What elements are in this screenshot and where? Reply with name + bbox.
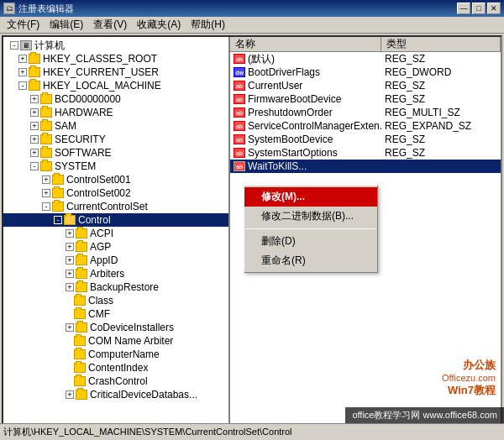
tree-item-acpi[interactable]: + ACPI: [3, 227, 228, 240]
tree-item-hkcu[interactable]: + HKEY_CURRENT_USER: [3, 65, 228, 79]
tree-toggle-ccs[interactable]: -: [42, 202, 50, 211]
tree-toggle-cs002[interactable]: +: [42, 189, 50, 197]
table-row[interactable]: ab PreshutdownOrder REG_MULTI_SZ: [230, 106, 501, 119]
folder-icon-crashcontrol: [74, 376, 86, 386]
tree-toggle-sam[interactable]: +: [30, 122, 39, 130]
tree-root[interactable]: - 🖥 计算机: [3, 39, 228, 52]
folder-icon-criticaldevice: [76, 390, 87, 400]
tree-toggle-cs001[interactable]: +: [42, 175, 50, 184]
tree-item-criticaldevice[interactable]: + CriticalDeviceDatabas...: [3, 388, 228, 401]
menu-edit[interactable]: 编辑(E): [45, 16, 88, 34]
tree-item-cmf[interactable]: CMF: [3, 307, 228, 321]
tree-item-sam[interactable]: + SAM: [3, 119, 228, 133]
tree-toggle-hardware[interactable]: +: [30, 108, 39, 117]
tree-item-class[interactable]: Class: [3, 294, 228, 307]
folder-icon-control: [64, 215, 76, 225]
tree-label-hklm: HKEY_LOCAL_MACHINE: [43, 80, 161, 92]
tree-item-hkcr[interactable]: + HKEY_CLASSES_ROOT: [3, 52, 228, 65]
folder-icon-hardware: [40, 107, 52, 118]
context-menu: 修改(M)... 修改二进制数据(B)... 删除(D) 重命名(R): [244, 185, 378, 273]
tree-toggle-control[interactable]: -: [54, 216, 62, 224]
tree-item-software[interactable]: + SOFTWARE: [3, 146, 228, 160]
table-row[interactable]: dw BootDriverFlags REG_DWORD: [230, 65, 501, 79]
menu-favorites[interactable]: 收藏夹(A): [132, 16, 186, 34]
col-header-type[interactable]: 类型: [381, 37, 501, 51]
tree-item-hklm[interactable]: - HKEY_LOCAL_MACHINE: [3, 79, 228, 92]
tree-label-comname: COM Name Arbiter: [88, 335, 173, 347]
reg-icon-8: ab: [234, 161, 245, 171]
tree-toggle-arbiters[interactable]: +: [66, 270, 74, 278]
folder-icon-bcd: [40, 94, 52, 104]
folder-icon-security: [40, 134, 52, 144]
folder-icon-arbiters: [76, 269, 87, 279]
folder-icon-system: [40, 161, 52, 171]
tree-toggle-codevice[interactable]: +: [66, 323, 74, 332]
tree-label-criticaldevice: CriticalDeviceDatabas...: [90, 389, 197, 401]
cell-type-5: REG_EXPAND_SZ: [381, 120, 501, 132]
tree-item-security[interactable]: + SECURITY: [3, 133, 228, 146]
tree-item-comname[interactable]: COM Name Arbiter: [3, 334, 228, 348]
cell-name-6: ab SystemBootDevice: [230, 134, 381, 145]
folder-icon-cs002: [52, 188, 64, 198]
table-row[interactable]: ab CurrentUser REG_SZ: [230, 79, 501, 92]
tree-toggle-software[interactable]: +: [30, 149, 39, 157]
tree-toggle-hkcr[interactable]: +: [18, 55, 27, 63]
tree-item-bcd[interactable]: + BCD00000000: [3, 92, 228, 106]
registry-tree[interactable]: - 🖥 计算机 + HKEY_CLASSES_ROOT + HKEY_CURRE…: [3, 37, 230, 423]
cell-name-2: ab CurrentUser: [230, 80, 381, 92]
tree-toggle-hkcu[interactable]: +: [18, 68, 27, 76]
tree-toggle-backuprestore[interactable]: +: [66, 283, 74, 291]
menu-file[interactable]: 文件(F): [2, 16, 45, 34]
tree-item-contentindex[interactable]: ContentIndex: [3, 361, 228, 375]
tree-item-arbiters[interactable]: + Arbiters: [3, 267, 228, 280]
tree-item-backuprestore[interactable]: + BackupRestore: [3, 280, 228, 294]
tree-item-appid[interactable]: + AppID: [3, 254, 228, 267]
tree-label-cs002: ControlSet002: [66, 187, 131, 199]
tree-toggle-hklm[interactable]: -: [18, 81, 27, 90]
tree-item-crashcontrol[interactable]: CrashControl: [3, 375, 228, 388]
row-name-5: ServiceControlManagerExten...: [248, 120, 381, 132]
tree-item-control[interactable]: - Control: [3, 213, 228, 227]
window-title: 注册表编辑器: [18, 3, 457, 15]
tree-toggle-appid[interactable]: +: [66, 256, 74, 265]
tree-item-system[interactable]: - SYSTEM: [3, 160, 228, 173]
row-type-3: REG_SZ: [385, 93, 425, 105]
table-row[interactable]: ab SystemStartOptions REG_SZ: [230, 146, 501, 160]
ctx-separator: [246, 228, 375, 229]
tree-item-codevice[interactable]: + CoDeviceInstallers: [3, 321, 228, 334]
tree-toggle-agp[interactable]: +: [66, 243, 74, 251]
ctx-modify[interactable]: 修改(M)...: [244, 187, 377, 207]
table-row[interactable]: ab (默认) REG_SZ: [230, 52, 501, 65]
menu-view[interactable]: 查看(V): [88, 16, 132, 34]
row-type-7: REG_SZ: [385, 147, 425, 159]
tree-item-cs002[interactable]: + ControlSet002: [3, 186, 228, 200]
col-header-name[interactable]: 名称: [230, 37, 381, 51]
tree-item-agp[interactable]: + AGP: [3, 240, 228, 254]
tree-item-computername[interactable]: ComputerName: [3, 348, 228, 361]
minimize-button[interactable]: —: [457, 3, 470, 14]
cell-name-7: ab SystemStartOptions: [230, 147, 381, 159]
tree-toggle-criticaldevice[interactable]: +: [66, 390, 74, 399]
table-row[interactable]: ab SystemBootDevice REG_SZ: [230, 133, 501, 146]
tree-item-hardware[interactable]: + HARDWARE: [3, 106, 228, 119]
tree-toggle-security[interactable]: +: [30, 135, 39, 144]
menu-help[interactable]: 帮助(H): [186, 16, 230, 34]
table-row-selected[interactable]: ab WaitToKillS...: [230, 160, 501, 173]
cell-name-0: ab (默认): [230, 52, 381, 66]
close-button[interactable]: ✕: [487, 3, 501, 14]
table-row[interactable]: ab ServiceControlManagerExten... REG_EXP…: [230, 119, 501, 133]
ctx-delete[interactable]: 删除(D): [244, 232, 377, 251]
tree-toggle-bcd[interactable]: +: [30, 95, 39, 103]
ctx-modify-binary[interactable]: 修改二进制数据(B)...: [244, 207, 377, 226]
tree-toggle-root[interactable]: -: [10, 41, 18, 50]
ctx-rename[interactable]: 重命名(R): [244, 251, 377, 270]
cell-name-5: ab ServiceControlManagerExten...: [230, 120, 381, 132]
maximize-button[interactable]: □: [472, 3, 486, 14]
table-row[interactable]: ab FirmwareBootDevice REG_SZ: [230, 92, 501, 106]
bottom-watermark-bar: office教程学习网 www.office68.com: [345, 407, 504, 423]
folder-icon-software: [40, 148, 52, 158]
tree-toggle-system[interactable]: -: [30, 162, 39, 170]
tree-item-ccs[interactable]: - CurrentControlSet: [3, 200, 228, 213]
tree-item-cs001[interactable]: + ControlSet001: [3, 173, 228, 186]
tree-toggle-acpi[interactable]: +: [66, 229, 74, 238]
